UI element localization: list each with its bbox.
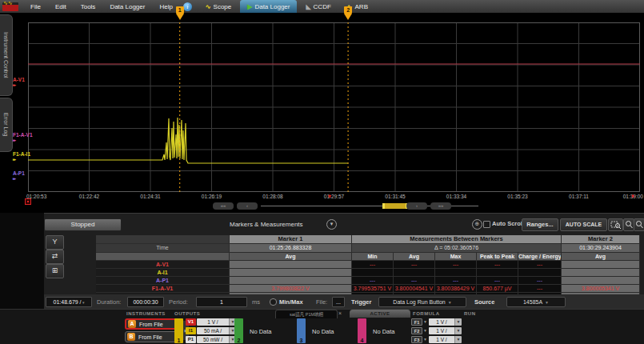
instrument-b-from-file-button[interactable]: B From File <box>125 331 181 342</box>
table-cell: A-I1 <box>96 269 230 277</box>
f2-scale-dropdown[interactable]: 1 V / <box>429 327 454 334</box>
f3-badge[interactable]: F3 <box>411 336 422 343</box>
table-cell: A-P1 <box>96 277 230 285</box>
view-selector-dropdown-icon[interactable]: ▾ <box>326 219 337 230</box>
duration-field[interactable]: 000:00:30 <box>127 297 164 307</box>
f2-badge[interactable]: F2 <box>411 327 422 334</box>
table-cell <box>562 261 640 269</box>
trace-f1-a-i1 <box>28 118 348 163</box>
ranges-button[interactable]: Ranges... <box>522 218 558 231</box>
trigger-dropdown[interactable]: Data Log Run Button▼ <box>378 297 466 307</box>
app-window: FileEditToolsData LoggerHelp i ∿Scope▶Da… <box>0 0 644 344</box>
scroll-left-button[interactable]: ‹ <box>237 202 258 210</box>
table-cell: Time <box>96 244 230 253</box>
chevron-down-icon[interactable]: ▼ <box>422 318 428 326</box>
v1-badge: V1 <box>186 318 196 326</box>
stopped-button[interactable]: Stopped <box>44 218 122 231</box>
i1-scale-dropdown[interactable]: 50 mA / <box>197 327 229 334</box>
formula-label: FORMULA <box>413 311 440 316</box>
scroll-far-left-button[interactable]: «« <box>213 202 234 210</box>
scroll-far-right-button[interactable]: »» <box>430 202 451 210</box>
x-tick: 01:39:00 <box>606 194 643 199</box>
active-tab[interactable]: ACTIVE <box>350 310 410 318</box>
channel-4-no-data-label: No Data <box>373 328 395 335</box>
channel-1-row-p1: P150 mW /▼ <box>186 336 236 343</box>
table-cell: Avg <box>230 253 352 261</box>
f1-badge[interactable]: F1 <box>411 318 422 326</box>
annotation-marker-2: * <box>631 194 634 202</box>
channel-1-bar: 1 <box>174 318 183 343</box>
f3-scale-dropdown[interactable]: 1 V / <box>429 336 454 343</box>
zoom-out-button[interactable] <box>634 218 644 231</box>
waveform-plot[interactable] <box>28 22 640 192</box>
table-cell: --- <box>518 261 562 269</box>
source-dropdown[interactable]: 14585A▼ <box>506 297 566 307</box>
x-tick: 01:24:31 <box>132 194 169 199</box>
menu-item-file[interactable]: File <box>23 3 48 10</box>
x-tick: 01:35:23 <box>499 194 536 199</box>
table-cell: 01:30:29.243904 <box>562 244 640 253</box>
table-cell: Measurements Between Markers <box>352 235 562 244</box>
chevron-down-icon[interactable]: ▼ <box>454 327 462 334</box>
channel-label-f1-a-i1: F1-A-I1▸▸ <box>13 151 30 162</box>
app-logo-icon <box>2 2 18 11</box>
menu-item-tools[interactable]: Tools <box>74 3 103 10</box>
auto-scale-button[interactable]: AUTO SCALE <box>560 218 607 231</box>
marker-2-arrow[interactable]: 2 <box>343 6 353 20</box>
sidebar-tab-error-log[interactable]: Error Log <box>0 98 13 152</box>
table-cell <box>230 277 352 285</box>
table-cell: --- <box>477 261 518 269</box>
tab-scope[interactable]: ∿Scope <box>198 0 238 13</box>
instrument-b-badge: B <box>127 333 135 341</box>
auto-scroll-label: Auto Scroll <box>492 220 524 227</box>
i1-badge: I1 <box>186 327 196 334</box>
chevron-down-icon[interactable]: ▼ <box>454 336 462 343</box>
crosshair-icon[interactable]: ⊕ <box>472 219 482 230</box>
menu-item-edit[interactable]: Edit <box>48 3 74 10</box>
run-label: RUN <box>464 311 476 316</box>
minmax-label: Min/Max <box>279 298 303 306</box>
instrument-a-from-file-button[interactable]: A From File <box>125 318 181 330</box>
x-tick: 01:37:11 <box>561 194 598 199</box>
markers-pair-icon[interactable]: ⇄ <box>46 250 64 264</box>
channel-3-no-data-label: No Data <box>312 328 334 335</box>
browse-button[interactable]: ... <box>332 297 345 307</box>
tab-ccdf[interactable]: ◣CCDF <box>298 0 338 13</box>
menu-item-data-logger[interactable]: Data Logger <box>102 3 152 10</box>
chevron-down-icon[interactable]: ▼ <box>454 318 462 326</box>
period-field[interactable]: 1 <box>196 297 247 307</box>
elapsed-time-dropdown[interactable]: 01:48.679 / ▾ <box>46 297 92 307</box>
table-cell: 3.800005341 V <box>562 285 640 293</box>
auto-scroll-checkbox[interactable] <box>483 221 490 228</box>
bottom-panel: INSTRUMENTS OUTPUTS sat适凡 P1M响相 × ACTIVE… <box>0 309 644 344</box>
marker-1-arrow[interactable]: 1 <box>175 6 185 20</box>
zoom-in-button[interactable] <box>623 218 634 231</box>
ccdf-icon: ◣ <box>306 3 310 10</box>
chevron-down-icon[interactable]: ▼ <box>422 336 428 343</box>
table-cell: Max <box>435 253 477 261</box>
table-cell: --- <box>394 277 435 285</box>
table-cell: --- <box>435 261 477 269</box>
minmax-checkbox[interactable] <box>270 298 277 306</box>
sidebar-tab-instrument-control[interactable]: Instrument Control <box>0 14 13 96</box>
scope-icon: ∿ <box>206 3 211 10</box>
table-cell: Marker 2 <box>562 235 640 244</box>
f1-scale-dropdown[interactable]: 1 V / <box>429 318 454 326</box>
chevron-down-icon[interactable]: ▼ <box>422 327 428 334</box>
channel-4-bar: 4 <box>358 318 366 343</box>
tab-data-logger[interactable]: ▶Data Logger <box>240 0 297 13</box>
table-cell <box>477 269 518 277</box>
marker-tool-icon[interactable]: Y <box>46 235 64 250</box>
file-tab[interactable]: sat适凡 P1M响相 <box>275 310 338 318</box>
table-cell: Charge / Energy <box>518 253 562 261</box>
x-tick: 01:26:19 <box>194 194 230 199</box>
file-label: File: <box>316 298 327 306</box>
zoom-region-button[interactable] <box>608 218 623 231</box>
grid-view-icon[interactable]: ⊞ <box>46 264 64 278</box>
scroll-thumb[interactable] <box>382 203 408 209</box>
file-tab-close-icon[interactable]: × <box>338 310 342 316</box>
scroll-right-button[interactable]: › <box>406 202 427 210</box>
p1-scale-dropdown[interactable]: 50 mW / <box>197 336 229 343</box>
v1-scale-dropdown[interactable]: 1 V / <box>197 318 229 326</box>
menu-items: FileEditToolsData LoggerHelp <box>23 3 180 10</box>
